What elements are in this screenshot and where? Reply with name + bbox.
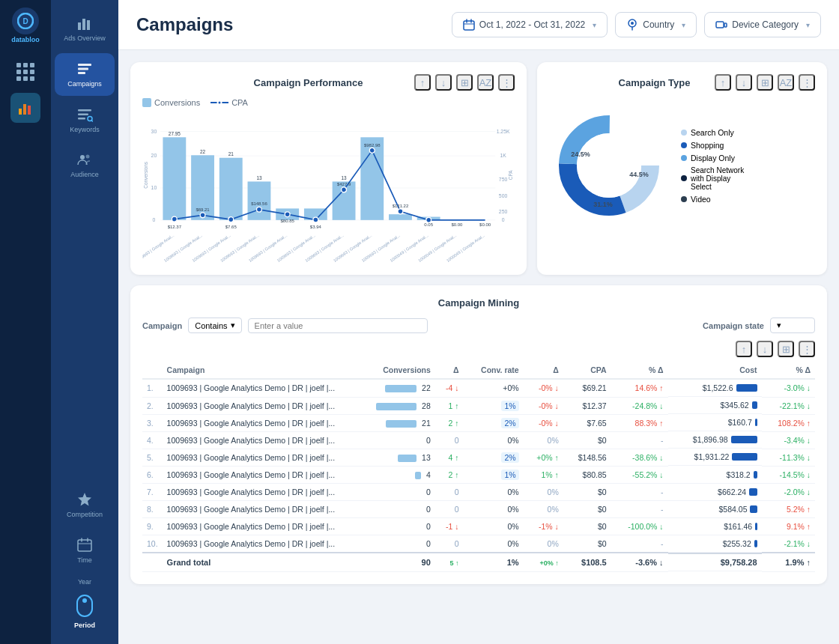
row-conv-delta: 0 [435, 535, 464, 553]
type-view-btn[interactable]: ⊞ [757, 74, 773, 91]
device-filter-btn[interactable]: Device Category ▾ [704, 12, 821, 37]
sidebar-item-competition[interactable]: Competition [55, 484, 115, 526]
col-cpa-header[interactable]: CPA [563, 362, 611, 379]
row-conv-delta: 2 ↑ [435, 467, 464, 484]
svg-text:$427.9: $427.9 [337, 182, 351, 186]
row-campaign: 1009693 | Google Analytics Demo | DR | j… [163, 431, 354, 449]
col-cpa-pct-header[interactable]: % Δ [611, 362, 668, 379]
logo-area: D databloo [11, 7, 40, 43]
svg-rect-13 [78, 118, 85, 120]
svg-rect-24 [464, 21, 474, 30]
row-conversions: 0 [354, 484, 435, 501]
col-campaign-header[interactable]: Campaign [163, 362, 354, 379]
row-cost: $1,931.22 [668, 449, 762, 466]
col-cost-header[interactable]: Cost [668, 362, 762, 379]
shopping-label: Shopping [691, 141, 724, 150]
display-only-dot [681, 155, 687, 161]
table-row: 10. 1009693 | Google Analytics Demo | DR… [142, 535, 815, 553]
ads-overview-icon-btn[interactable] [10, 93, 40, 123]
sidebar-item-campaigns[interactable]: Campaigns [55, 53, 115, 96]
sidebar-item-time[interactable]: Time [55, 529, 115, 572]
more-options-btn[interactable]: ⋮ [498, 74, 515, 91]
sidebar-item-audience[interactable]: Audience [55, 144, 115, 186]
type-az-btn[interactable]: AZ [778, 74, 794, 91]
donut-hole [577, 133, 641, 198]
col-conv-delta-header[interactable]: Δ [435, 362, 464, 379]
row-conv-delta: 0 [435, 501, 464, 518]
col-conv-rate-header[interactable]: Conv. rate [464, 362, 524, 379]
col-num-header [142, 362, 163, 379]
search-network-dot [681, 175, 687, 181]
grand-total-row: Grand total 90 5 ↑ 1% +0% ↑ $108.5 -3.6%… [142, 553, 815, 571]
campaign-filter-select[interactable]: Contains ▾ [188, 318, 241, 333]
type-chart-title: Campaign Type [594, 77, 715, 88]
state-select-dropdown[interactable]: ▾ [770, 318, 815, 333]
row-conversions: 21 [354, 414, 435, 431]
row-num: 10. [142, 535, 163, 553]
sidebar-item-period[interactable]: Period [73, 592, 96, 629]
col-rate-delta-header[interactable]: Δ [524, 362, 563, 379]
row-cpa-pct: -24.8% ↓ [611, 397, 668, 414]
table-actions: ↑ ↓ ⊞ ⋮ [142, 341, 815, 357]
grid-icon-btn[interactable] [10, 57, 40, 87]
cpa-dot-7 [342, 187, 347, 192]
sort-asc-btn[interactable]: ↑ [414, 74, 431, 91]
row-cost-pct: 108.2% ↑ [762, 414, 815, 431]
table-more-btn[interactable]: ⋮ [799, 341, 815, 357]
row-cpa-pct: 14.6% ↑ [611, 379, 668, 397]
svg-text:10: 10 [151, 185, 157, 190]
video-dot [681, 196, 687, 202]
az-sort-btn[interactable]: AZ [477, 74, 494, 91]
country-filter-btn[interactable]: Country ▾ [615, 12, 697, 37]
sidebar-item-ads-overview[interactable]: Ads Overview [55, 7, 115, 50]
svg-text:Conversions: Conversions [143, 162, 148, 189]
row-rate-delta: -0% ↓ [524, 397, 563, 414]
grid-dots [16, 63, 34, 81]
time-icon [76, 537, 93, 553]
col-cost-pct-header[interactable]: % Δ [762, 362, 815, 379]
sort-desc-btn[interactable]: ↓ [435, 74, 452, 91]
donut-svg: 24.5% 44.5% 31.1% [549, 106, 669, 225]
legend-video: Video [681, 195, 744, 204]
donut-legend: Search Only Shopping Display Only [681, 128, 744, 204]
bar-1 [163, 137, 186, 220]
row-cost-pct: -14.5% ↓ [762, 467, 815, 484]
type-chart-actions: ↑ ↓ ⊞ AZ ⋮ [715, 74, 815, 91]
device-filter-label: Device Category [732, 19, 799, 30]
mining-table-wrapper: ↑ ↓ ⊞ ⋮ Campaign Conversions Δ [142, 341, 815, 572]
table-sort-asc-btn[interactable]: ↑ [736, 341, 752, 357]
conversions-legend-box [142, 98, 151, 107]
date-filter-btn[interactable]: Oct 1, 2022 - Oct 31, 2022 ▾ [452, 12, 608, 37]
row-num: 2. [142, 397, 163, 414]
table-row: 6. 1009693 | Google Analytics Demo | DR … [142, 467, 815, 484]
table-view-btn[interactable]: ⊞ [778, 341, 794, 357]
svg-text:13: 13 [256, 175, 262, 180]
col-conversions-header[interactable]: Conversions [354, 362, 435, 379]
svg-text:$0.00: $0.00 [479, 222, 491, 227]
row-cpa: $7.65 [563, 414, 611, 431]
row-cpa: $12.37 [563, 397, 611, 414]
row-cpa-pct: -38.6% ↓ [611, 449, 668, 466]
type-chart-header: Campaign Type ↑ ↓ ⊞ AZ ⋮ [549, 74, 815, 91]
filter-value-input[interactable] [248, 318, 428, 333]
logo-circle: D [12, 7, 39, 34]
row-num: 7. [142, 484, 163, 501]
svg-text:CPA: CPA [508, 170, 513, 180]
svg-rect-10 [78, 72, 85, 74]
type-more-btn[interactable]: ⋮ [799, 74, 815, 91]
type-sort-desc-btn[interactable]: ↓ [736, 74, 752, 91]
bar-4 [248, 181, 271, 219]
donut-chart-svg-wrap: 24.5% 44.5% 31.1% [549, 106, 669, 225]
row-campaign: 1009693 | Google Analytics Demo | DR | j… [163, 518, 354, 535]
chart-view-btn[interactable]: ⊞ [456, 74, 473, 91]
table-sort-desc-btn[interactable]: ↓ [757, 341, 773, 357]
type-sort-asc-btn[interactable]: ↑ [715, 74, 731, 91]
svg-text:D: D [22, 17, 28, 25]
sidebar-item-keywords[interactable]: Keywords [55, 99, 115, 142]
conversions-legend: Conversions [142, 98, 200, 107]
row-conv-rate: 2% [464, 449, 524, 466]
campaign-performance-card: Campaign Performance ↑ ↓ ⊞ AZ ⋮ Conversi [130, 62, 527, 275]
row-conversions: 0 [354, 518, 435, 535]
row-cpa: $148.56 [563, 449, 611, 466]
bar-3 [219, 158, 243, 220]
